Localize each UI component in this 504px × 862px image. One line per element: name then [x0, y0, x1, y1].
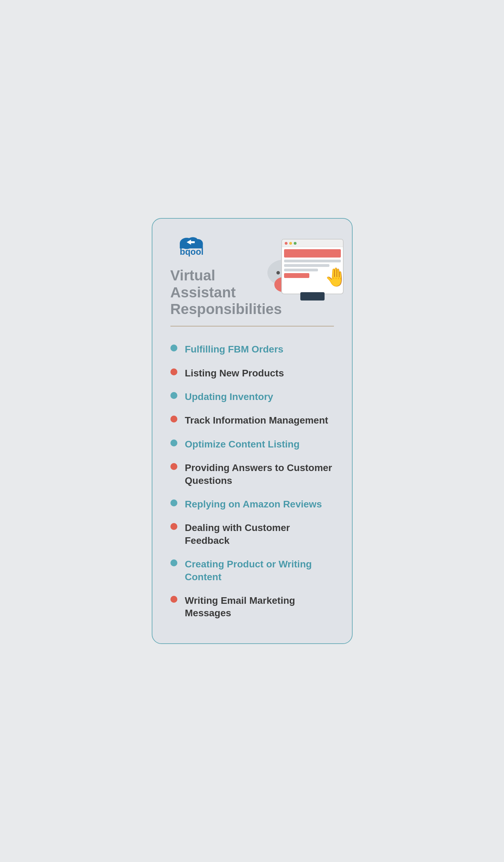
browser-dot-yellow-icon [289, 242, 292, 245]
list-item: Providing Answers to Customer Questions [170, 456, 334, 493]
list-item: Optimize Content Listing [170, 433, 334, 456]
list-item: Replying on Amazon Reviews [170, 493, 334, 516]
dot1-icon [276, 271, 280, 275]
bullet-6-icon [170, 499, 177, 506]
list-item-label-8: Creating Product or Writing Content [185, 558, 334, 583]
list-item-label-6: Replying on Amazon Reviews [185, 498, 322, 511]
bullet-9-icon [170, 596, 177, 603]
bullet-0-icon [170, 345, 177, 351]
hero-illustration: 🤚 [267, 239, 344, 315]
bullet-1-icon [170, 368, 177, 375]
list-item: Dealing with Customer Feedback [170, 516, 334, 552]
responsibilities-list: Fulfilling FBM OrdersListing New Product… [170, 338, 334, 625]
list-item-label-7: Dealing with Customer Feedback [185, 522, 334, 547]
browser-dot-green-icon [294, 242, 297, 245]
page-title: Virtual Assistant Responsibilities [170, 267, 267, 317]
list-item: Updating Inventory [170, 385, 334, 409]
bullet-8-icon [170, 559, 177, 566]
browser-line1-icon [284, 260, 341, 262]
monitor-base-icon [300, 292, 325, 301]
divider [170, 326, 334, 326]
list-item-label-5: Providing Answers to Customer Questions [185, 462, 334, 487]
browser-line3-icon [284, 269, 318, 271]
list-item-label-0: Fulfilling FBM Orders [185, 343, 284, 356]
main-card: bqool Virtual Assistant Responsibilities [152, 218, 353, 644]
list-item: Listing New Products [170, 362, 334, 385]
logo-container: bqool [170, 235, 267, 261]
hand-cursor-icon: 🤚 [325, 267, 347, 288]
list-item-label-1: Listing New Products [185, 367, 284, 380]
list-item: Fulfilling FBM Orders [170, 338, 334, 361]
browser-line2-icon [284, 264, 329, 267]
header: bqool Virtual Assistant Responsibilities [170, 235, 334, 317]
svg-text:bqool: bqool [180, 247, 204, 256]
list-item: Creating Product or Writing Content [170, 552, 334, 589]
bullet-2-icon [170, 392, 177, 399]
list-item: Writing Email Marketing Messages [170, 589, 334, 625]
browser-header-bar-icon [284, 249, 341, 258]
bullet-5-icon [170, 463, 177, 470]
browser-bar-icon [282, 240, 343, 247]
list-item-label-3: Track Information Management [185, 414, 328, 427]
bqool-logo: bqool [170, 235, 233, 260]
list-item-label-4: Optimize Content Listing [185, 438, 300, 451]
list-item: Track Information Management [170, 409, 334, 432]
browser-dot-red-icon [285, 242, 288, 245]
logo-title-block: bqool Virtual Assistant Responsibilities [170, 235, 267, 317]
bullet-4-icon [170, 439, 177, 446]
list-item-label-9: Writing Email Marketing Messages [185, 594, 334, 620]
list-item-label-2: Updating Inventory [185, 391, 273, 403]
bullet-3-icon [170, 416, 177, 423]
browser-btn-icon [284, 273, 310, 278]
bullet-7-icon [170, 523, 177, 530]
